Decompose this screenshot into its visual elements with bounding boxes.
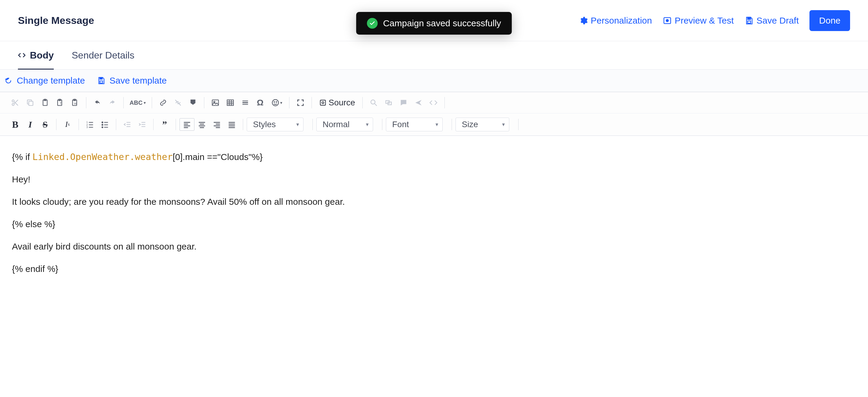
image-button[interactable] — [208, 96, 223, 109]
indent-button[interactable] — [135, 118, 150, 131]
strike-button[interactable]: S — [38, 118, 53, 131]
bold-button[interactable]: B — [8, 118, 23, 131]
svg-rect-18 — [212, 100, 219, 106]
svg-point-30 — [276, 102, 277, 102]
header-actions: Personalization Preview & Test Save Draf… — [579, 10, 850, 31]
editor-else-msg: Avail early bird discounts on all monsoo… — [12, 240, 856, 253]
styles-dropdown[interactable]: Styles▾ — [247, 118, 304, 131]
editor-content[interactable]: {% if Linked.OpenWeather.weather[0].main… — [0, 136, 868, 299]
blockquote-button[interactable]: ” — [157, 118, 172, 131]
source-label: Source — [329, 98, 355, 107]
anchor-button[interactable] — [185, 96, 200, 109]
svg-point-1 — [666, 20, 669, 22]
remove-format-button[interactable]: Ix — [60, 118, 75, 131]
svg-rect-8 — [29, 101, 33, 105]
size-dropdown[interactable]: Size▾ — [456, 118, 509, 131]
check-circle-icon — [367, 18, 377, 29]
svg-point-6 — [12, 100, 14, 102]
font-dropdown-label: Font — [392, 120, 409, 129]
font-dropdown[interactable]: Font▾ — [386, 118, 443, 131]
styles-dropdown-label: Styles — [253, 120, 276, 129]
svg-line-34 — [375, 104, 377, 106]
format-dropdown-label: Normal — [322, 120, 349, 129]
toolbar-row-1: T W ABC▾ Ω ▾ Source — [0, 92, 868, 113]
toolbar-row-2: B I S Ix 123 ” Styles▾ Normal▾ Font▾ Siz… — [0, 113, 868, 135]
source-icon — [319, 99, 327, 106]
size-dropdown-label: Size — [462, 120, 478, 129]
editor-greeting: Hey! — [12, 172, 856, 186]
outdent-button[interactable] — [120, 118, 135, 131]
gear-icon — [579, 16, 588, 25]
code-icon — [18, 51, 26, 59]
svg-text:W: W — [74, 102, 77, 105]
table-button[interactable] — [223, 96, 238, 109]
source-button[interactable]: Source — [315, 98, 359, 107]
link-button[interactable] — [156, 96, 170, 109]
special-char-button[interactable]: Ω — [253, 96, 268, 109]
send-button[interactable] — [411, 96, 426, 109]
svg-rect-4 — [100, 77, 102, 79]
save-draft-label: Save Draft — [756, 15, 799, 26]
liquid-endif: {% endif %} — [12, 262, 856, 275]
format-dropdown[interactable]: Normal▾ — [316, 118, 373, 131]
tab-sender-details[interactable]: Sender Details — [72, 41, 134, 69]
liquid-else: {% else %} — [12, 217, 856, 231]
copy-button[interactable] — [23, 96, 38, 109]
svg-point-32 — [322, 102, 324, 104]
preview-icon — [663, 16, 672, 25]
svg-point-47 — [102, 127, 103, 128]
toast-text: Campaign saved successfully — [383, 18, 501, 28]
editor-cloudy-msg: It looks cloudy; are you ready for the m… — [12, 195, 856, 208]
toast-success: Campaign saved successfully — [356, 12, 512, 35]
tabs: Body Sender Details — [0, 41, 868, 70]
svg-point-28 — [272, 100, 278, 106]
svg-rect-31 — [320, 100, 325, 105]
save-draft-link[interactable]: Save Draft — [745, 15, 799, 26]
save-icon — [745, 16, 753, 25]
header: Single Message Campaign saved successful… — [0, 0, 868, 41]
embed-code-button[interactable] — [426, 96, 441, 109]
tab-body[interactable]: Body — [18, 41, 54, 69]
liquid-variable: Linked.OpenWeather.weather — [32, 152, 173, 162]
cut-button[interactable] — [8, 96, 23, 109]
editor-toolbar: T W ABC▾ Ω ▾ Source B I S — [0, 92, 868, 136]
spellcheck-button[interactable]: ABC▾ — [127, 96, 148, 109]
svg-rect-20 — [227, 100, 234, 106]
personalization-link[interactable]: Personalization — [579, 15, 652, 26]
svg-rect-5 — [100, 81, 102, 83]
unlink-button[interactable] — [170, 96, 185, 109]
hr-button[interactable] — [238, 96, 253, 109]
maximize-button[interactable] — [293, 96, 308, 109]
done-button[interactable]: Done — [809, 10, 850, 31]
align-justify-button[interactable] — [224, 118, 239, 131]
save-icon — [97, 76, 105, 85]
find-button[interactable] — [366, 96, 381, 109]
numbered-list-button[interactable]: 123 — [83, 118, 97, 131]
svg-point-45 — [102, 124, 103, 125]
comment-button[interactable] — [396, 96, 411, 109]
align-center-button[interactable] — [194, 118, 209, 131]
liquid-if-line: {% if Linked.OpenWeather.weather[0].main… — [12, 150, 856, 164]
personalization-label: Personalization — [591, 15, 652, 26]
paste-word-button[interactable]: W — [67, 96, 83, 109]
paste-button[interactable] — [38, 96, 53, 109]
align-left-button[interactable] — [180, 118, 194, 131]
tab-body-label: Body — [30, 50, 54, 61]
emoji-button[interactable]: ▾ — [268, 96, 285, 109]
align-right-button[interactable] — [209, 118, 224, 131]
change-template-label: Change template — [17, 75, 85, 86]
undo-button[interactable] — [90, 96, 105, 109]
template-bar: Change template Save template — [0, 70, 868, 92]
preview-test-label: Preview & Test — [675, 15, 734, 26]
paste-text-button[interactable]: T — [53, 96, 67, 109]
bullet-list-button[interactable] — [97, 118, 112, 131]
svg-rect-2 — [748, 17, 751, 20]
preview-test-link[interactable]: Preview & Test — [663, 15, 734, 26]
save-template-link[interactable]: Save template — [97, 75, 167, 86]
page-title: Single Message — [18, 14, 94, 26]
redo-button[interactable] — [105, 96, 120, 109]
save-template-label: Save template — [110, 75, 167, 86]
change-template-link[interactable]: Change template — [4, 75, 85, 86]
replace-button[interactable] — [381, 96, 396, 109]
italic-button[interactable]: I — [23, 118, 38, 131]
